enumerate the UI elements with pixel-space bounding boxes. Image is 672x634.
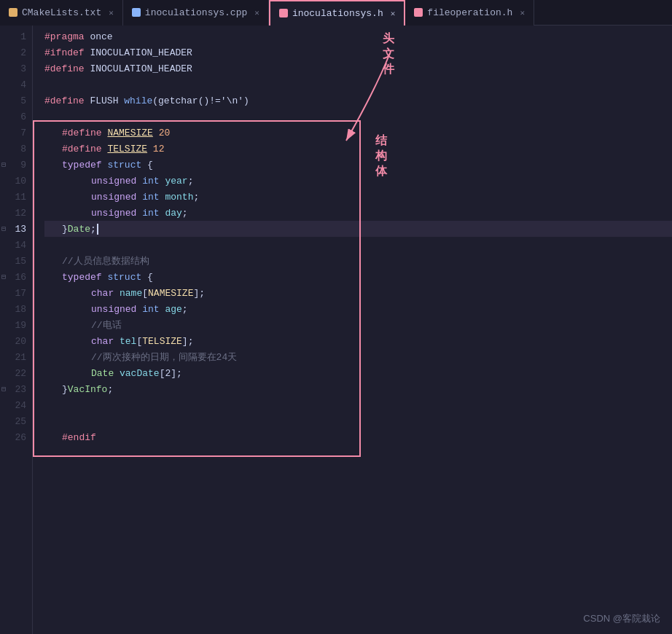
code-line-21: //两次接种的日期，间隔要在24天 (44, 349, 672, 365)
unsigned10-kw: unsigned (91, 176, 142, 187)
tab-inocsys-label: inoculationsys.cpp (145, 7, 247, 18)
telsize-val: 12 (153, 144, 165, 154)
code-line-8: #define TELSIZE 12 (44, 141, 672, 157)
fold-16[interactable]: ⊟ (1, 273, 6, 281)
ln-6: 6 (0, 109, 32, 125)
comment15: //人员信息数据结构 (62, 254, 149, 267)
comment19: //电话 (91, 318, 122, 332)
ln-17: 17 (0, 285, 32, 301)
tab-fileop-close[interactable]: ✕ (520, 8, 525, 17)
unsigned12-kw: unsigned (91, 208, 142, 219)
line-gutter: 1 2 3 4 5 6 7 8 ⊟9 10 11 12 ⊟13 14 15 ⊟1… (0, 26, 33, 634)
unsigned11-kw: unsigned (91, 192, 142, 203)
pragma-kw: #pragma (44, 31, 90, 42)
editor-container: 1 2 3 4 5 6 7 8 ⊟9 10 11 12 ⊟13 14 15 ⊟1… (0, 26, 672, 634)
ln-16: ⊟16 (0, 269, 32, 285)
cpp-icon (132, 8, 141, 17)
code-line-14 (44, 237, 672, 253)
year-member: year (165, 176, 187, 187)
ln-23: ⊟23 (0, 381, 32, 397)
ln-1: 1 (0, 28, 32, 44)
telsize-space (147, 144, 153, 154)
unsigned18-kw: unsigned (91, 304, 142, 315)
semi13: ; (90, 224, 96, 235)
tel-member: tel (120, 336, 136, 347)
code-line-26: #endif (44, 429, 672, 445)
code-line-24 (44, 397, 672, 413)
define3-val: INOCULATION_HEADER (90, 63, 192, 74)
ln-2: 2 (0, 44, 32, 60)
code-line-13: }Date; (44, 221, 672, 237)
fold-23[interactable]: ⊟ (1, 385, 6, 394)
bracket17b: ]; (193, 288, 205, 299)
ln-24: 24 (0, 397, 32, 413)
csdn-watermark: CSDN @客院栽论 (583, 612, 660, 625)
code-line-22: Date vacDate[2]; (44, 365, 672, 381)
close-brace13: } (62, 224, 68, 235)
vacdate-member: vacDate (120, 368, 160, 379)
code-line-23: }VacInfo; (44, 381, 672, 397)
telsize20: TELSIZE (142, 336, 182, 347)
ln-4: 4 (0, 77, 32, 93)
code-line-5: #define FLUSH while(getchar()!='\n') (44, 93, 672, 109)
define7-kw: #define (62, 128, 107, 138)
age-member: age (165, 304, 181, 315)
struct9-kw: struct (107, 160, 147, 171)
day-member: day (165, 208, 181, 219)
code-line-19: //电话 (44, 317, 672, 333)
char17-kw: char (91, 288, 120, 299)
cursor-13 (97, 224, 104, 235)
fold-9[interactable]: ⊟ (1, 160, 6, 169)
ifndef-val: INOCULATION_HEADER (90, 47, 192, 58)
h-icon-active (279, 9, 288, 17)
namesize-space (153, 128, 159, 138)
int12-kw: int (142, 208, 165, 219)
int11-kw: int (142, 192, 165, 203)
code-line-25 (44, 413, 672, 429)
ln-10: 10 (0, 173, 32, 189)
tab-inocsys[interactable]: inoculationsys.cpp ✕ (123, 0, 269, 26)
ifndef-kw: #ifndef (44, 47, 90, 58)
bracket22: [2]; (160, 368, 182, 379)
ln-7: 7 (0, 125, 32, 141)
tab-cmake-close[interactable]: ✕ (109, 8, 114, 17)
ln-15: 15 (0, 253, 32, 269)
tab-inocsys-close[interactable]: ✕ (254, 8, 259, 17)
fold-13[interactable]: ⊟ (1, 224, 6, 233)
semi10: ; (188, 176, 194, 187)
tab-cmake-label: CMakeLists.txt (22, 7, 101, 18)
endif-kw: #endif (62, 432, 96, 443)
namesize-ident: NAMESIZE (107, 128, 152, 138)
bracket17a: [ (142, 288, 148, 299)
tab-inoch[interactable]: inoculationsys.h ✕ (269, 0, 405, 26)
ln-20: 20 (0, 333, 32, 349)
date22-type: Date (91, 368, 120, 379)
code-editor[interactable]: 头文件 结构体 #pragma once #ifndef INOCULATION… (33, 26, 672, 634)
ln-25: 25 (0, 413, 32, 429)
name-member: name (120, 288, 142, 299)
ln-13: ⊟13 (0, 221, 32, 237)
fileop-icon (414, 8, 423, 17)
tab-fileop[interactable]: fileoperation.h ✕ (405, 0, 534, 26)
code-line-10: unsigned int year; (44, 173, 672, 189)
ln-18: 18 (0, 301, 32, 317)
code-line-6 (44, 109, 672, 125)
flush-name: FLUSH (90, 95, 124, 106)
semi18: ; (182, 304, 188, 315)
code-line-18: unsigned int age; (44, 301, 672, 317)
code-line-15: //人员信息数据结构 (44, 253, 672, 269)
namesize-val: 20 (159, 128, 171, 138)
ln-26: 26 (0, 429, 32, 445)
ln-14: 14 (0, 237, 32, 253)
ln-3: 3 (0, 60, 32, 77)
ln-12: 12 (0, 205, 32, 221)
vacinfo-type: VacInfo (68, 384, 108, 395)
semi11: ; (193, 192, 199, 203)
tab-inoch-close[interactable]: ✕ (391, 9, 396, 18)
cmake-icon (9, 8, 17, 17)
tab-inoch-label: inoculationsys.h (292, 8, 383, 19)
typedef16-kw: typedef (62, 272, 107, 283)
tab-cmake[interactable]: CMakeLists.txt ✕ (0, 0, 123, 26)
tab-bar: CMakeLists.txt ✕ inoculationsys.cpp ✕ in… (0, 0, 672, 26)
typedef9-kw: typedef (62, 160, 107, 171)
